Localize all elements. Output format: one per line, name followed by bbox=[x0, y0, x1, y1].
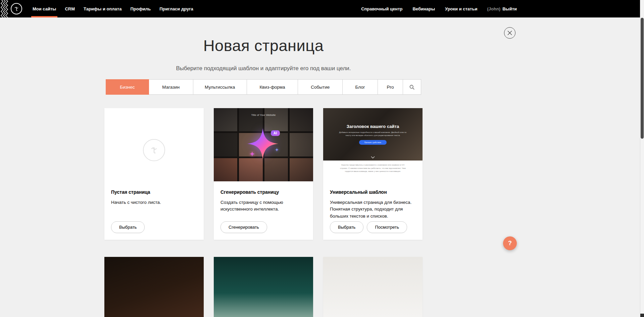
generate-button[interactable]: Сгенерировать bbox=[220, 221, 267, 233]
chevron-down-icon bbox=[371, 156, 375, 158]
tilda-logo-glyph bbox=[13, 5, 20, 12]
template-body-text: Коротко представьтесь и расскажите о ком… bbox=[337, 164, 408, 181]
main-menu: Мои сайты CRM Тарифы и оплата Профиль Пр… bbox=[28, 0, 198, 17]
card-title: Сгенерировать страницу bbox=[220, 189, 306, 195]
scrollbar-thumb[interactable] bbox=[641, 18, 644, 139]
template-preview-image bbox=[104, 257, 204, 317]
template-preview-image bbox=[323, 257, 423, 317]
ai-template-preview: Title of Your Website bbox=[214, 108, 313, 181]
card-body: Сгенерировать страницу Создать страницу … bbox=[214, 181, 313, 221]
nav-item-help-center[interactable]: Справочный центр bbox=[356, 6, 407, 11]
template-card-partial bbox=[214, 257, 313, 317]
template-cta-button: Призыв к действию bbox=[359, 140, 387, 145]
tab-pro[interactable]: Pro bbox=[378, 80, 403, 94]
sparkle-small-icon bbox=[275, 148, 279, 152]
template-body: Коротко представьтесь и расскажите о ком… bbox=[323, 161, 423, 181]
page-scrollbar[interactable] bbox=[640, 0, 644, 317]
template-category-tabs: Бизнес Магазин Мультиссылка Квиз-форма С… bbox=[106, 79, 421, 95]
page-subtitle: Выберите подходящий шаблон и адаптируйте… bbox=[0, 65, 527, 72]
template-grid-row2 bbox=[104, 257, 423, 317]
nav-item-tariffs[interactable]: Тарифы и оплата bbox=[79, 0, 126, 17]
search-icon bbox=[409, 84, 415, 90]
close-icon bbox=[507, 31, 512, 35]
template-cover: Заголовок вашего сайта Добавьте интересн… bbox=[323, 108, 423, 161]
template-heading: Заголовок вашего сайта bbox=[347, 124, 399, 129]
search-tab[interactable] bbox=[403, 80, 421, 94]
template-card-universal: Заголовок вашего сайта Добавьте интересн… bbox=[323, 108, 423, 240]
tab-quiz-form[interactable]: Квиз-форма bbox=[247, 80, 298, 94]
blank-template-preview bbox=[104, 108, 204, 181]
template-card-blank: Пустая страница Начать с чистого листа. … bbox=[104, 108, 204, 240]
card-actions: Сгенерировать bbox=[214, 221, 313, 240]
zigzag-pattern-icon bbox=[0, 0, 8, 17]
close-button[interactable] bbox=[504, 27, 515, 39]
tab-multilink[interactable]: Мультиссылка bbox=[193, 80, 247, 94]
universal-template-preview: Заголовок вашего сайта Добавьте интересн… bbox=[323, 108, 423, 181]
template-card-ai-generate: Title of Your Website bbox=[214, 108, 313, 240]
user-block: (John) Выйти bbox=[487, 6, 517, 11]
select-universal-button[interactable]: Выбрать bbox=[330, 221, 363, 233]
template-preview-image bbox=[214, 257, 313, 317]
nav-item-invite-friend[interactable]: Пригласи друга bbox=[155, 0, 198, 17]
template-grid: Пустая страница Начать с чистого листа. … bbox=[104, 108, 423, 240]
card-actions: Выбрать Посмотреть bbox=[323, 221, 423, 240]
card-body: Пустая страница Начать с чистого листа. bbox=[104, 181, 204, 221]
nav-item-my-sites[interactable]: Мои сайты bbox=[28, 0, 60, 17]
nav-item-webinars[interactable]: Вебинары bbox=[407, 6, 440, 11]
tab-business[interactable]: Бизнес bbox=[106, 79, 149, 95]
card-description: Создать страницу с помощью искусственног… bbox=[220, 199, 306, 213]
select-blank-button[interactable]: Выбрать bbox=[111, 221, 145, 233]
page-title: Новая страница bbox=[0, 37, 527, 54]
new-page-modal: Новая страница Выберите подходящий шабло… bbox=[0, 17, 527, 317]
nav-item-crm[interactable]: CRM bbox=[60, 0, 79, 17]
template-card-partial bbox=[104, 257, 204, 317]
card-description: Универсальная страница для бизнеса. Поня… bbox=[330, 199, 416, 220]
nav-item-lessons[interactable]: Уроки и статьи bbox=[440, 6, 482, 11]
tab-blog[interactable]: Блог bbox=[343, 80, 378, 94]
card-body: Универсальный шаблон Универсальная стран… bbox=[323, 181, 423, 221]
card-title: Пустая страница bbox=[111, 189, 197, 195]
card-description: Начать с чистого листа. bbox=[111, 199, 197, 206]
view-universal-button[interactable]: Посмотреть bbox=[367, 221, 407, 233]
tilda-logo[interactable] bbox=[11, 3, 22, 14]
sparkle-small-icon bbox=[249, 151, 255, 157]
nav-item-profile[interactable]: Профиль bbox=[126, 0, 155, 17]
ai-badge: AI bbox=[271, 130, 280, 136]
secondary-menu: Справочный центр Вебинары Уроки и статьи… bbox=[356, 6, 640, 11]
help-button[interactable]: ? bbox=[503, 236, 517, 250]
tab-event[interactable]: Событие bbox=[298, 80, 343, 94]
tab-shop[interactable]: Магазин bbox=[149, 80, 193, 94]
template-subtext: Добавьте интересные подробности о вашей … bbox=[339, 131, 407, 137]
card-title: Универсальный шаблон bbox=[330, 189, 416, 195]
preview-site-title: Title of Your Website bbox=[214, 114, 313, 117]
logout-link[interactable]: Выйти bbox=[502, 6, 517, 11]
template-card-partial bbox=[323, 257, 423, 317]
card-actions: Выбрать bbox=[104, 221, 204, 240]
tilda-watermark-icon bbox=[143, 139, 165, 161]
top-navbar: Мои сайты CRM Тарифы и оплата Профиль Пр… bbox=[0, 0, 640, 17]
user-name: (John) bbox=[487, 6, 500, 11]
scrollbar-corner bbox=[640, 314, 644, 317]
